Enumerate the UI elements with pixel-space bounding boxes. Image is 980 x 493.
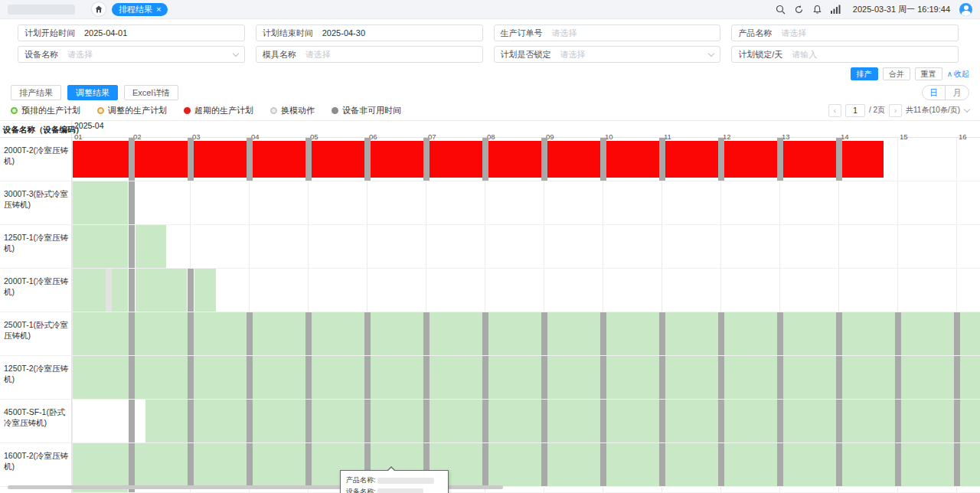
gantt-bar-planned[interactable] <box>73 225 128 268</box>
close-icon[interactable]: × <box>156 5 161 14</box>
unavailable-time-strip <box>659 356 665 399</box>
unavailable-time-strip <box>541 443 547 486</box>
toggle-day[interactable]: 日 <box>923 86 946 100</box>
filter-placeholder: 请选择 <box>305 49 331 60</box>
unavailable-time-strip <box>659 400 665 442</box>
filter-value: 2025-04-01 <box>84 28 127 38</box>
unavailable-time-strip <box>305 400 312 442</box>
run-schedule-button[interactable]: 排产 <box>851 67 878 80</box>
gantt-bar-planned[interactable] <box>73 443 980 486</box>
gantt-track <box>72 312 980 356</box>
home-button[interactable] <box>92 2 106 16</box>
unavailable-time-strip <box>188 443 194 486</box>
refresh-icon[interactable] <box>793 3 805 15</box>
equipment-name: 2000T-1(冷室压铸机) <box>0 269 72 312</box>
filter-field-0-2[interactable]: 生产订单号请选择 <box>494 24 721 41</box>
result-tab-2[interactable]: Excel详情 <box>124 85 178 100</box>
bell-icon[interactable] <box>812 3 824 15</box>
gantt-bar-planned[interactable] <box>73 356 980 399</box>
filter-field-0-0[interactable]: 计划开始时间2025-04-01 <box>18 24 245 41</box>
unavailable-time-strip <box>836 400 842 442</box>
unavailable-time-strip <box>718 356 724 399</box>
signal-icon <box>830 3 842 15</box>
filter-placeholder: 请选择 <box>781 28 806 39</box>
unavailable-time-strip <box>482 443 488 486</box>
filter-placeholder: 请选择 <box>560 49 586 60</box>
home-icon <box>95 5 103 13</box>
chevron-down-icon[interactable] <box>964 106 970 113</box>
gantt-bar-planned[interactable] <box>194 269 216 312</box>
gantt-track <box>72 400 980 443</box>
gantt-bar-planned[interactable] <box>145 400 980 442</box>
gantt-row-5: 1250T-2(冷室压铸机) <box>0 356 980 400</box>
gantt-row-6: 4500T-SF-1(卧式冷室压铸机) <box>0 400 980 443</box>
unavailable-time-strip <box>188 356 194 399</box>
gantt-track <box>72 269 980 312</box>
equipment-name: 4500T-SF-1(卧式冷室压铸机) <box>0 400 72 443</box>
unavailable-time-strip <box>364 138 371 181</box>
tab-schedule-result[interactable]: 排程结果 × <box>112 3 168 16</box>
tooltip-label: 产品名称: <box>346 476 377 484</box>
user-avatar[interactable] <box>959 3 972 16</box>
legend: 预排的生产计划调整的生产计划超期的生产计划换模动作设备非可用时间 <box>11 105 401 116</box>
gantt-row-2: 1250T-1(冷室压铸机) <box>0 225 980 269</box>
gantt-track <box>72 356 980 400</box>
legend-label: 换模动作 <box>281 105 315 116</box>
filter-field-1-1[interactable]: 模具名称请选择 <box>256 46 483 63</box>
filter-field-1-0[interactable]: 设备名称请选择 <box>18 46 245 63</box>
gantt-bar-planned[interactable] <box>112 269 129 312</box>
gantt-row-1: 3000T-3(卧式冷室压铸机) <box>0 181 980 225</box>
merge-button[interactable]: 合并 <box>883 67 910 80</box>
filter-field-0-1[interactable]: 计划结束时间2025-04-30 <box>256 24 483 41</box>
unavailable-time-strip <box>364 312 371 355</box>
gantt-bar-planned[interactable] <box>73 269 106 312</box>
legend-dot-icon <box>184 107 191 114</box>
unavailable-time-strip <box>836 356 842 399</box>
unavailable-time-strip <box>188 400 194 442</box>
filter-panel: 计划开始时间2025-04-01计划结束时间2025-04-30生产订单号请选择… <box>0 19 980 63</box>
gantt-bar-planned[interactable] <box>73 181 128 224</box>
search-icon[interactable] <box>775 3 787 15</box>
gantt-track <box>72 443 980 487</box>
chevron-down-icon <box>233 50 239 56</box>
legend-item-2: 超期的生产计划 <box>184 105 253 116</box>
gantt-bar-overdue[interactable] <box>73 141 884 178</box>
gantt-row-3: 2000T-1(冷室压铸机) <box>0 269 980 312</box>
tooltip-label: 设备名称: <box>346 488 377 493</box>
filter-field-0-3[interactable]: 产品名称请选择 <box>731 24 959 41</box>
unavailable-time-strip <box>188 269 194 312</box>
collapse-filters-link[interactable]: ∧ 收起 <box>947 69 969 80</box>
unavailable-time-strip <box>777 443 783 486</box>
unavailable-time-strip <box>659 443 665 486</box>
toggle-month[interactable]: 月 <box>946 86 969 100</box>
result-tabs: 排产结果调整结果Excel详情 <box>11 85 178 100</box>
unavailable-time-strip <box>129 356 135 399</box>
reset-button[interactable]: 重置 <box>915 67 942 80</box>
gantt-bar-planned[interactable] <box>73 312 980 355</box>
page-number-input[interactable]: 1 <box>845 104 865 117</box>
unavailable-time-strip <box>718 312 724 355</box>
system-datetime: 2025-03-31 周一 16:19:44 <box>853 4 950 15</box>
result-tab-0[interactable]: 排产结果 <box>11 85 61 100</box>
gantt-bar-planned[interactable] <box>136 269 188 312</box>
gantt-chart: 设备名称（设备编码） 2025-04 010203040506070809101… <box>0 120 980 493</box>
unavailable-time-strip <box>718 400 724 442</box>
unavailable-time-strip <box>129 225 135 268</box>
gantt-bar-planned[interactable] <box>136 225 166 268</box>
unavailable-time-strip <box>129 443 135 486</box>
legend-dot-icon <box>332 107 338 114</box>
filter-label: 产品名称 <box>738 28 772 39</box>
unavailable-time-strip <box>954 356 960 399</box>
tooltip-line: 产品名称: <box>346 475 443 486</box>
result-tab-1[interactable]: 调整结果 <box>67 85 118 100</box>
unavailable-time-strip <box>423 138 430 181</box>
unavailable-time-strip <box>541 138 547 181</box>
unavailable-time-strip <box>247 443 253 486</box>
result-toolbar: 排产结果调整结果Excel详情 日 月 <box>0 83 980 102</box>
prev-page-button[interactable]: ‹ <box>828 104 841 117</box>
filter-field-1-3[interactable]: 计划锁定/天请输入 <box>731 46 959 63</box>
filter-field-1-2[interactable]: 计划是否锁定请选择 <box>494 46 721 63</box>
day-month-toggle: 日 月 <box>922 85 969 100</box>
unavailable-time-strip <box>482 356 488 399</box>
next-page-button[interactable]: › <box>889 104 902 117</box>
